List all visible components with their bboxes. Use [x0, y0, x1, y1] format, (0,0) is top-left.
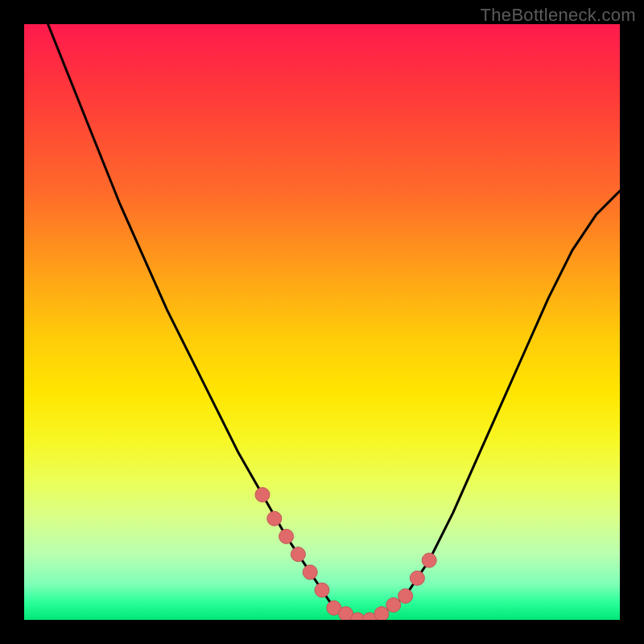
watermark-text: TheBottleneck.com [481, 5, 636, 26]
curve-marker [279, 529, 294, 543]
plot-area [24, 24, 620, 620]
curve-marker [374, 607, 389, 620]
curve-marker [291, 547, 305, 562]
marker-group [255, 488, 436, 620]
curve-marker [267, 511, 282, 526]
curve-marker [410, 571, 424, 585]
curve-marker [422, 553, 436, 568]
curve-marker [255, 488, 270, 502]
curve-marker [315, 583, 329, 597]
curve-marker [303, 565, 317, 580]
curve-svg [24, 24, 620, 620]
bottleneck-curve [24, 24, 620, 620]
curve-marker [398, 588, 413, 603]
chart-frame: TheBottleneck.com [0, 0, 644, 644]
curve-marker [386, 598, 401, 613]
